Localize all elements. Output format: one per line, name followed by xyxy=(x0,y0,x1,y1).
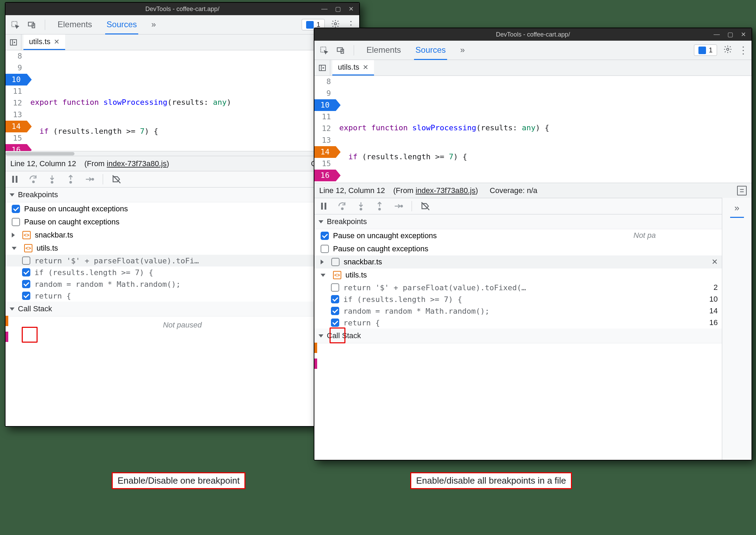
checkbox-uncaught[interactable] xyxy=(12,205,20,213)
breakpoint-item[interactable]: if (results.length >= 7) {10 xyxy=(314,293,722,305)
device-toolbar-icon[interactable] xyxy=(334,44,347,57)
svg-rect-17 xyxy=(319,65,325,71)
show-details-icon[interactable] xyxy=(737,186,747,195)
breakpoint-checkbox[interactable] xyxy=(22,280,30,288)
checkbox-caught[interactable] xyxy=(12,218,20,226)
step-over-icon[interactable] xyxy=(337,201,347,211)
source-map-link[interactable]: index-73f73a80.js xyxy=(107,159,167,168)
file-group-checkbox[interactable] xyxy=(331,258,340,266)
tab-more[interactable]: » xyxy=(150,15,157,34)
breakpoint-checkbox[interactable] xyxy=(331,307,339,315)
breakpoints-header[interactable]: Breakpoints xyxy=(314,214,722,229)
line-gutter[interactable]: 8 9 10 11 12 13 ?14 15 16 xyxy=(314,76,337,183)
pause-icon[interactable] xyxy=(10,174,20,184)
pause-caught-row[interactable]: Pause on caught exceptions xyxy=(314,242,722,255)
callstack-header[interactable]: Call Stack xyxy=(6,302,359,316)
deactivate-breakpoints-icon[interactable] xyxy=(111,174,122,184)
pause-caught-row[interactable]: Pause on caught exceptions xyxy=(6,215,359,229)
chevron-right-icon xyxy=(321,260,324,264)
breakpoint-checkbox[interactable] xyxy=(22,268,30,276)
step-icon[interactable] xyxy=(393,201,403,211)
breakpoint-checkbox[interactable] xyxy=(22,292,30,300)
breakpoint-item[interactable]: return {16 xyxy=(6,290,359,302)
svg-point-8 xyxy=(33,181,34,183)
breakpoint-item[interactable]: if (results.length >= 7) {10 xyxy=(6,266,359,278)
device-toolbar-icon[interactable] xyxy=(26,19,38,31)
close-button[interactable]: ✕ xyxy=(349,5,354,13)
devtools-window-left: DevTools - coffee-cart.app/ — ▢ ✕ Elemen… xyxy=(5,2,360,427)
svg-point-16 xyxy=(727,48,729,50)
file-group-utils[interactable]: <>utils.ts xyxy=(314,269,722,282)
file-tab-utils[interactable]: utils.ts ✕ xyxy=(23,34,65,50)
file-group-utils[interactable]: <>utils.ts xyxy=(6,242,359,255)
step-into-icon[interactable] xyxy=(47,174,57,184)
cursor-position: Line 12, Column 12 xyxy=(319,186,385,195)
kebab-menu[interactable]: ⋮ xyxy=(738,44,748,56)
tab-sources[interactable]: Sources xyxy=(414,40,447,60)
step-out-icon[interactable] xyxy=(65,174,76,184)
settings-icon[interactable] xyxy=(723,45,732,56)
chevron-down-icon xyxy=(10,193,14,196)
debugger-toolbar xyxy=(314,198,722,214)
file-group-snackbar[interactable]: <>snackbar.ts xyxy=(6,229,359,242)
breakpoint-item[interactable]: random = random * Math.random();14 xyxy=(6,278,359,290)
source-map-link[interactable]: index-73f73a80.js xyxy=(416,186,476,195)
breakpoint-item[interactable]: random = random * Math.random();14 xyxy=(314,305,722,317)
breakpoints-header[interactable]: Breakpoints xyxy=(6,188,359,202)
callstack-header[interactable]: Call Stack xyxy=(314,329,722,343)
horizontal-scrollbar[interactable] xyxy=(6,151,359,156)
tab-sources[interactable]: Sources xyxy=(105,15,138,34)
file-tab-label: utils.ts xyxy=(338,63,359,72)
maximize-button[interactable]: ▢ xyxy=(335,5,341,13)
checkbox-caught[interactable] xyxy=(321,245,329,253)
step-into-icon[interactable] xyxy=(356,201,366,211)
svg-point-11 xyxy=(92,179,94,180)
file-group-snackbar[interactable]: snackbar.ts ✕ xyxy=(314,255,722,269)
maximize-button[interactable]: ▢ xyxy=(727,31,733,38)
code-editor[interactable]: 8 9 10 11 12 13 ?14 15 16 export functio… xyxy=(314,76,752,183)
remove-file-breakpoints-icon[interactable]: ✕ xyxy=(712,258,718,266)
file-tab-utils[interactable]: utils.ts ✕ xyxy=(332,60,374,75)
show-navigator-icon[interactable] xyxy=(6,34,21,50)
source-origin: (From index-73f73a80.js) xyxy=(84,159,169,168)
breakpoint-checkbox[interactable] xyxy=(22,256,30,265)
more-tabs-icon[interactable]: » xyxy=(734,203,739,213)
breakpoint-checkbox[interactable] xyxy=(331,319,339,327)
deactivate-breakpoints-icon[interactable] xyxy=(420,201,431,211)
breakpoint-item[interactable]: return '$' + parseFloat(value).toFi… ✕ 2 xyxy=(6,255,359,266)
code-editor[interactable]: 8 9 10 11 12 13 ?14 15 16 export functio… xyxy=(6,50,359,151)
close-icon[interactable]: ✕ xyxy=(54,38,60,46)
status-bar: Line 12, Column 12 (From index-73f73a80.… xyxy=(314,183,752,198)
step-out-icon[interactable] xyxy=(374,201,385,211)
breakpoint-checkbox[interactable] xyxy=(331,283,339,292)
breakpoint-item[interactable]: return {16 xyxy=(314,317,722,329)
checkbox-uncaught[interactable] xyxy=(321,232,329,240)
inspect-icon[interactable] xyxy=(9,19,21,31)
svg-rect-14 xyxy=(337,48,342,51)
titlebar-text: DevTools - coffee-cart.app/ xyxy=(145,6,220,13)
tab-elements[interactable]: Elements xyxy=(365,40,402,60)
pause-icon[interactable] xyxy=(319,201,329,211)
issues-badge[interactable]: 1 xyxy=(694,44,717,56)
tab-elements[interactable]: Elements xyxy=(56,15,93,34)
inspect-icon[interactable] xyxy=(318,44,330,57)
script-file-icon: <> xyxy=(24,244,32,252)
step-icon[interactable] xyxy=(84,174,94,184)
minimize-button[interactable]: — xyxy=(321,5,327,13)
breakpoint-item[interactable]: return '$' + parseFloat(value).toFixed(…… xyxy=(314,282,722,293)
chat-icon xyxy=(698,47,706,54)
tab-more[interactable]: » xyxy=(459,40,466,60)
close-button[interactable]: ✕ xyxy=(741,31,746,38)
code-lines: export function slowProcessing(results: … xyxy=(337,76,752,183)
pause-uncaught-row[interactable]: Pause on uncaught exceptions xyxy=(6,202,359,215)
step-over-icon[interactable] xyxy=(28,174,39,184)
show-navigator-icon[interactable] xyxy=(314,60,330,75)
chevron-down-icon xyxy=(10,307,14,311)
svg-point-24 xyxy=(360,208,362,210)
svg-point-25 xyxy=(379,208,381,210)
close-icon[interactable]: ✕ xyxy=(363,63,369,71)
line-gutter[interactable]: 8 9 10 11 12 13 ?14 15 16 xyxy=(6,50,28,151)
minimize-button[interactable]: — xyxy=(714,31,720,38)
breakpoint-checkbox[interactable] xyxy=(331,295,339,303)
caption-left: Enable/Disable one breakpoint xyxy=(112,472,245,489)
